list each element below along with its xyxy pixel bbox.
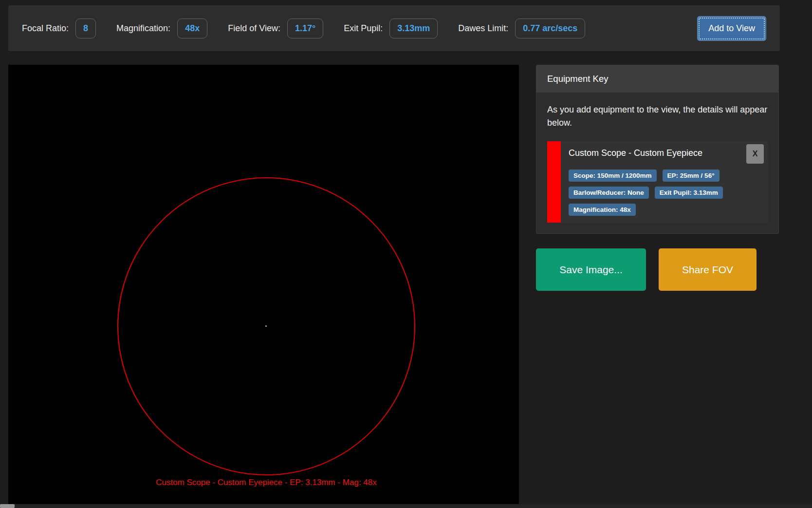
stat-dawes-limit: Dawes Limit: 0.77 arc/secs — [458, 19, 585, 38]
save-image-button[interactable]: Save Image... — [536, 248, 646, 291]
badge-eyepiece: EP: 25mm / 56° — [663, 169, 720, 182]
fov-caption: Custom Scope - Custom Eyepiece - EP: 3.1… — [117, 478, 415, 488]
stat-focal-ratio: Focal Ratio: 8 — [22, 19, 96, 38]
equipment-key-header: Equipment Key — [536, 65, 778, 93]
stats-bar: Focal Ratio: 8 Magnification: 48x Field … — [8, 5, 780, 51]
stat-field-of-view: Field of View: 1.17° — [228, 19, 323, 38]
equipment-key-title: Equipment Key — [547, 74, 608, 84]
remove-equipment-button[interactable]: X — [746, 144, 764, 164]
add-to-view-button[interactable]: Add to View — [697, 16, 766, 41]
stat-label-magnification: Magnification: — [116, 23, 170, 34]
equipment-title-row: Custom Scope - Custom Eyepiece X — [569, 144, 764, 164]
equipment-item-name: Custom Scope - Custom Eyepiece — [569, 144, 702, 158]
equipment-item: Custom Scope - Custom Eyepiece X Scope: … — [547, 141, 768, 223]
equipment-item-content: Custom Scope - Custom Eyepiece X Scope: … — [561, 141, 768, 223]
stat-value-field-of-view: 1.17° — [287, 19, 323, 38]
stat-exit-pupil: Exit Pupil: 3.13mm — [344, 19, 438, 38]
equipment-color-swatch — [547, 141, 561, 223]
badge-exit-pupil: Exit Pupil: 3.13mm — [655, 187, 723, 199]
stat-value-magnification: 48x — [177, 19, 207, 38]
sidebar: Equipment Key As you add equipment to th… — [536, 65, 779, 291]
badge-scope: Scope: 150mm / 1200mm — [569, 169, 657, 182]
stat-magnification: Magnification: 48x — [116, 19, 207, 38]
equipment-key-card: Equipment Key As you add equipment to th… — [536, 65, 779, 234]
badge-barlow-reducer: Barlow/Reducer: None — [569, 187, 649, 199]
stat-value-exit-pupil: 3.13mm — [389, 19, 438, 38]
scrollbar-thumb[interactable] — [0, 504, 15, 508]
stat-label-dawes-limit: Dawes Limit: — [458, 23, 508, 34]
equipment-key-description: As you add equipment to the view, the de… — [547, 103, 768, 130]
stat-value-focal-ratio: 8 — [75, 19, 96, 38]
badge-magnification: Magnification: 48x — [569, 204, 636, 216]
stat-label-exit-pupil: Exit Pupil: — [344, 23, 383, 34]
action-buttons-row: Save Image... Share FOV — [536, 248, 779, 291]
stat-label-field-of-view: Field of View: — [228, 23, 280, 34]
stat-label-focal-ratio: Focal Ratio: — [22, 23, 69, 34]
fov-canvas: Custom Scope - Custom Eyepiece - EP: 3.1… — [8, 65, 519, 504]
center-star-dot — [265, 325, 267, 327]
equipment-badges: Scope: 150mm / 1200mm EP: 25mm / 56° Bar… — [569, 169, 737, 216]
share-fov-button[interactable]: Share FOV — [659, 248, 757, 291]
equipment-key-body: As you add equipment to the view, the de… — [536, 93, 778, 233]
stat-value-dawes-limit: 0.77 arc/secs — [515, 19, 585, 38]
horizontal-scrollbar[interactable] — [0, 504, 812, 508]
